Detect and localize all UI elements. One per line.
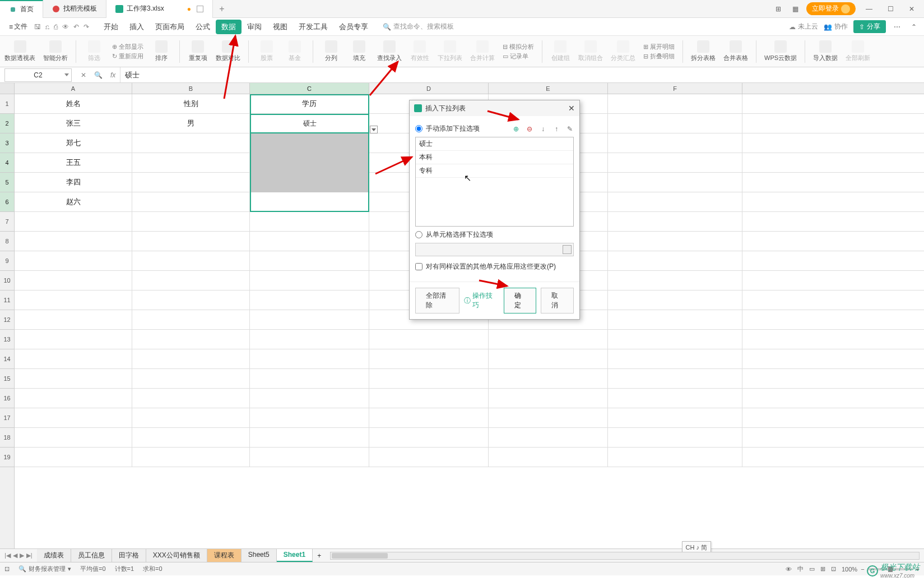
cell[interactable]	[15, 349, 132, 368]
cell[interactable]: 郑七	[15, 133, 132, 153]
formula-input[interactable]: 硕士	[120, 67, 924, 82]
cell[interactable]	[132, 290, 250, 310]
sheet-tab-3[interactable]: XXX公司销售额	[146, 549, 207, 562]
sheet-tab-5[interactable]: Sheet5	[242, 549, 277, 562]
ribbon-consol[interactable]: 合并计算	[470, 40, 495, 62]
cell[interactable]	[15, 408, 132, 427]
menu-tab-3[interactable]: 公式	[190, 20, 216, 34]
cell[interactable]	[369, 408, 489, 427]
row-header-18[interactable]: 18	[0, 428, 14, 448]
row-header-7[interactable]: 7	[0, 212, 14, 232]
row-header-9[interactable]: 9	[0, 251, 14, 271]
file-menu[interactable]: ≡ 文件	[4, 20, 32, 34]
col-header-D[interactable]: D	[369, 83, 489, 94]
cell[interactable]	[608, 448, 742, 467]
cell[interactable]	[369, 448, 489, 467]
close-window-button[interactable]: ✕	[904, 1, 920, 17]
cell[interactable]	[608, 153, 742, 172]
cell[interactable]	[608, 94, 742, 113]
layout-icon[interactable]: ⊞	[773, 3, 784, 15]
ribbon-group[interactable]: 创建组	[550, 40, 570, 62]
dialog-close-button[interactable]: ✕	[568, 104, 575, 113]
add-item-icon[interactable]: ⊕	[512, 125, 520, 133]
save-icon[interactable]: 🖫	[34, 23, 41, 31]
command-search[interactable]: 🔍 查找命令、搜索模板	[383, 22, 454, 31]
minimize-button[interactable]: —	[861, 1, 877, 17]
cell[interactable]	[250, 349, 369, 368]
options-listbox[interactable]: 硕士 本科 专科	[415, 137, 574, 227]
select-all-corner[interactable]	[0, 83, 14, 94]
sheet-first-icon[interactable]: |◀	[4, 552, 11, 559]
cell[interactable]	[608, 310, 742, 329]
move-up-icon[interactable]: ↑	[552, 125, 560, 133]
cloud-status[interactable]: ☁ 未上云	[789, 22, 818, 31]
cell[interactable]	[250, 251, 369, 270]
record-opt[interactable]: ▭ 记录单	[503, 52, 534, 61]
cell[interactable]	[369, 369, 489, 388]
cell[interactable]	[250, 310, 369, 329]
print-icon[interactable]: ⎙	[54, 23, 58, 31]
collab-button[interactable]: 👥 协作	[824, 22, 848, 31]
sheet-prev-icon[interactable]: ◀	[13, 552, 17, 559]
ribbon-compare[interactable]: 数据对比	[216, 40, 240, 62]
chevron-up-icon[interactable]: ⌃	[908, 21, 920, 33]
radio-manual[interactable]	[415, 125, 422, 132]
cell[interactable]	[608, 389, 742, 408]
ribbon-fill[interactable]: 填充	[349, 40, 369, 62]
cell[interactable]	[489, 330, 608, 349]
cell[interactable]	[250, 428, 369, 447]
fx-accept-icon[interactable]: 🔍	[94, 71, 103, 79]
showall-opt[interactable]: ⊕ 全部显示	[112, 43, 143, 51]
cell[interactable]	[369, 389, 489, 408]
ribbon-subtotal[interactable]: 分类汇总	[611, 40, 635, 62]
cell[interactable]: 王五	[15, 153, 132, 172]
expand-opt[interactable]: ⊞ 展开明细	[643, 43, 675, 51]
grid-icon[interactable]: ▦	[790, 3, 801, 15]
row-header-13[interactable]: 13	[0, 330, 14, 349]
move-down-icon[interactable]: ↓	[539, 125, 547, 133]
cell[interactable]	[608, 271, 742, 290]
cell[interactable]	[15, 389, 132, 408]
view-normal-icon[interactable]: ▭	[809, 565, 815, 573]
ok-button[interactable]: 确定	[504, 288, 537, 313]
list-item[interactable]: 专科	[416, 164, 573, 178]
row-header-19[interactable]: 19	[0, 448, 14, 467]
cancel-button[interactable]: 取消	[541, 288, 574, 313]
fx-cancel-icon[interactable]: ✕	[81, 71, 86, 79]
cell[interactable]	[608, 369, 742, 388]
simulate-opt[interactable]: ⊟ 模拟分析	[503, 43, 534, 51]
undo2-icon[interactable]: ⎌	[45, 23, 49, 31]
cell[interactable]	[250, 389, 369, 408]
list-item[interactable]: 本科	[416, 151, 573, 164]
view-page-icon[interactable]: ⊞	[820, 565, 825, 573]
pin-icon[interactable]	[197, 6, 203, 12]
cell[interactable]	[608, 290, 742, 310]
row-header-17[interactable]: 17	[0, 408, 14, 428]
sheet-tab-2[interactable]: 田字格	[112, 549, 146, 562]
login-button[interactable]: 立即登录	[806, 2, 856, 15]
sheet-tab-6[interactable]: Sheet1	[277, 549, 313, 562]
row-header-1[interactable]: 1	[0, 94, 14, 114]
sheet-tab-4[interactable]: 课程表	[207, 549, 242, 562]
cell[interactable]	[132, 448, 250, 467]
row-header-8[interactable]: 8	[0, 232, 14, 251]
row-header-6[interactable]: 6	[0, 192, 14, 212]
ribbon-splittbl[interactable]: 拆分表格	[691, 40, 716, 62]
cell[interactable]	[608, 114, 742, 133]
cell[interactable]	[608, 330, 742, 349]
col-header-A[interactable]: A	[15, 83, 132, 94]
cell[interactable]: 性别	[132, 94, 250, 113]
cell[interactable]	[132, 133, 250, 153]
ribbon-sort[interactable]: 排序	[151, 40, 171, 62]
cell[interactable]	[132, 428, 250, 447]
ribbon-filter[interactable]: 筛选	[84, 40, 104, 62]
cell[interactable]	[250, 448, 369, 467]
cell[interactable]	[15, 428, 132, 447]
collapse-opt[interactable]: ⊟ 折叠明细	[643, 52, 675, 61]
ribbon-ungroup[interactable]: 取消组合	[578, 40, 603, 62]
radio-range[interactable]	[415, 231, 422, 238]
cell[interactable]	[250, 232, 369, 251]
more-icon[interactable]: ⋯	[892, 21, 903, 33]
name-box[interactable]: C2	[4, 68, 72, 82]
ribbon-pivot[interactable]: 数据透视表	[4, 40, 35, 62]
